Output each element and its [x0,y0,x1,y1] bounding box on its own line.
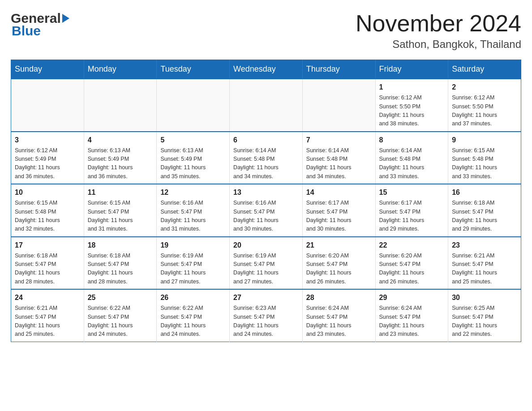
day-number: 4 [88,135,153,146]
page-header: General Blue November 2024 Sathon, Bangk… [11,11,521,51]
calendar-cell: 6Sunrise: 6:14 AM Sunset: 5:48 PM Daylig… [230,132,303,184]
calendar-cell [157,79,230,132]
header-monday: Monday [84,60,157,79]
day-number: 23 [452,240,517,251]
day-number: 14 [306,187,372,198]
day-number: 12 [160,187,226,198]
calendar-cell: 29Sunrise: 6:24 AM Sunset: 5:47 PM Dayli… [375,289,448,342]
day-info: Sunrise: 6:23 AM Sunset: 5:47 PM Dayligh… [233,304,299,339]
calendar-cell: 27Sunrise: 6:23 AM Sunset: 5:47 PM Dayli… [230,289,303,342]
calendar-cell: 1Sunrise: 6:12 AM Sunset: 5:50 PM Daylig… [375,79,448,132]
calendar-cell: 16Sunrise: 6:18 AM Sunset: 5:47 PM Dayli… [448,184,521,237]
day-info: Sunrise: 6:18 AM Sunset: 5:47 PM Dayligh… [88,252,153,287]
day-info: Sunrise: 6:12 AM Sunset: 5:50 PM Dayligh… [379,94,445,128]
day-info: Sunrise: 6:15 AM Sunset: 5:48 PM Dayligh… [15,199,80,234]
day-number: 2 [452,82,517,93]
day-info: Sunrise: 6:19 AM Sunset: 5:47 PM Dayligh… [160,252,226,287]
calendar-cell: 22Sunrise: 6:20 AM Sunset: 5:47 PM Dayli… [375,237,448,290]
logo-blue-text: Blue [11,23,69,39]
calendar-cell: 9Sunrise: 6:15 AM Sunset: 5:48 PM Daylig… [448,132,521,184]
day-info: Sunrise: 6:15 AM Sunset: 5:48 PM Dayligh… [452,146,517,181]
day-info: Sunrise: 6:14 AM Sunset: 5:48 PM Dayligh… [233,146,299,181]
calendar-week-1: 1Sunrise: 6:12 AM Sunset: 5:50 PM Daylig… [11,79,521,132]
day-number: 28 [306,292,372,303]
calendar-cell: 23Sunrise: 6:21 AM Sunset: 5:47 PM Dayli… [448,237,521,290]
calendar-cell: 21Sunrise: 6:20 AM Sunset: 5:47 PM Dayli… [302,237,375,290]
day-number: 21 [306,240,372,251]
day-info: Sunrise: 6:24 AM Sunset: 5:47 PM Dayligh… [306,304,372,339]
calendar-cell [11,79,84,132]
day-number: 22 [379,240,445,251]
day-number: 16 [452,187,517,198]
header-wednesday: Wednesday [230,60,303,79]
calendar-cell [302,79,375,132]
day-info: Sunrise: 6:21 AM Sunset: 5:47 PM Dayligh… [452,252,517,287]
calendar-cell: 8Sunrise: 6:14 AM Sunset: 5:48 PM Daylig… [375,132,448,184]
calendar-subtitle: Sathon, Bangkok, Thailand [356,38,521,51]
header-thursday: Thursday [302,60,375,79]
day-number: 13 [233,187,299,198]
day-number: 3 [15,135,80,146]
day-info: Sunrise: 6:18 AM Sunset: 5:47 PM Dayligh… [15,252,80,287]
calendar-table: SundayMondayTuesdayWednesdayThursdayFrid… [11,60,521,342]
day-info: Sunrise: 6:17 AM Sunset: 5:47 PM Dayligh… [379,199,445,234]
day-info: Sunrise: 6:16 AM Sunset: 5:47 PM Dayligh… [160,199,226,234]
calendar-header: SundayMondayTuesdayWednesdayThursdayFrid… [11,60,521,79]
day-number: 30 [452,292,517,303]
calendar-cell: 10Sunrise: 6:15 AM Sunset: 5:48 PM Dayli… [11,184,84,237]
day-number: 18 [88,240,153,251]
calendar-body: 1Sunrise: 6:12 AM Sunset: 5:50 PM Daylig… [11,79,521,342]
calendar-cell: 20Sunrise: 6:19 AM Sunset: 5:47 PM Dayli… [230,237,303,290]
day-info: Sunrise: 6:16 AM Sunset: 5:47 PM Dayligh… [233,199,299,234]
day-number: 10 [15,187,80,198]
day-info: Sunrise: 6:17 AM Sunset: 5:47 PM Dayligh… [306,199,372,234]
calendar-cell: 12Sunrise: 6:16 AM Sunset: 5:47 PM Dayli… [157,184,230,237]
calendar-cell: 28Sunrise: 6:24 AM Sunset: 5:47 PM Dayli… [302,289,375,342]
calendar-week-5: 24Sunrise: 6:21 AM Sunset: 5:47 PM Dayli… [11,289,521,342]
calendar-week-3: 10Sunrise: 6:15 AM Sunset: 5:48 PM Dayli… [11,184,521,237]
calendar-cell: 24Sunrise: 6:21 AM Sunset: 5:47 PM Dayli… [11,289,84,342]
day-info: Sunrise: 6:24 AM Sunset: 5:47 PM Dayligh… [379,304,445,339]
day-info: Sunrise: 6:21 AM Sunset: 5:47 PM Dayligh… [15,304,80,339]
calendar-cell: 13Sunrise: 6:16 AM Sunset: 5:47 PM Dayli… [230,184,303,237]
day-number: 9 [452,135,517,146]
calendar-week-4: 17Sunrise: 6:18 AM Sunset: 5:47 PM Dayli… [11,237,521,290]
header-row: SundayMondayTuesdayWednesdayThursdayFrid… [11,60,521,79]
calendar-cell: 19Sunrise: 6:19 AM Sunset: 5:47 PM Dayli… [157,237,230,290]
header-tuesday: Tuesday [157,60,230,79]
calendar-cell: 4Sunrise: 6:13 AM Sunset: 5:49 PM Daylig… [84,132,157,184]
day-number: 26 [160,292,226,303]
calendar-cell: 26Sunrise: 6:22 AM Sunset: 5:47 PM Dayli… [157,289,230,342]
title-section: November 2024 Sathon, Bangkok, Thailand [356,11,521,51]
day-number: 1 [379,82,445,93]
day-info: Sunrise: 6:13 AM Sunset: 5:49 PM Dayligh… [88,146,153,181]
day-info: Sunrise: 6:22 AM Sunset: 5:47 PM Dayligh… [88,304,153,339]
day-info: Sunrise: 6:20 AM Sunset: 5:47 PM Dayligh… [306,252,372,287]
day-info: Sunrise: 6:13 AM Sunset: 5:49 PM Dayligh… [160,146,226,181]
day-number: 27 [233,292,299,303]
day-number: 5 [160,135,226,146]
calendar-cell: 30Sunrise: 6:25 AM Sunset: 5:47 PM Dayli… [448,289,521,342]
calendar-cell: 11Sunrise: 6:15 AM Sunset: 5:47 PM Dayli… [84,184,157,237]
day-info: Sunrise: 6:20 AM Sunset: 5:47 PM Dayligh… [379,252,445,287]
header-sunday: Sunday [11,60,84,79]
calendar-cell: 17Sunrise: 6:18 AM Sunset: 5:47 PM Dayli… [11,237,84,290]
day-number: 8 [379,135,445,146]
day-number: 15 [379,187,445,198]
day-number: 25 [88,292,153,303]
calendar-cell: 7Sunrise: 6:14 AM Sunset: 5:48 PM Daylig… [302,132,375,184]
logo-triangle-icon [62,14,69,23]
calendar-cell: 18Sunrise: 6:18 AM Sunset: 5:47 PM Dayli… [84,237,157,290]
day-number: 11 [88,187,153,198]
calendar-title: November 2024 [356,11,521,36]
header-saturday: Saturday [448,60,521,79]
header-friday: Friday [375,60,448,79]
day-number: 24 [15,292,80,303]
day-number: 19 [160,240,226,251]
day-number: 7 [306,135,372,146]
day-info: Sunrise: 6:22 AM Sunset: 5:47 PM Dayligh… [160,304,226,339]
day-info: Sunrise: 6:18 AM Sunset: 5:47 PM Dayligh… [452,199,517,234]
day-info: Sunrise: 6:19 AM Sunset: 5:47 PM Dayligh… [233,252,299,287]
day-info: Sunrise: 6:15 AM Sunset: 5:47 PM Dayligh… [88,199,153,234]
day-number: 20 [233,240,299,251]
